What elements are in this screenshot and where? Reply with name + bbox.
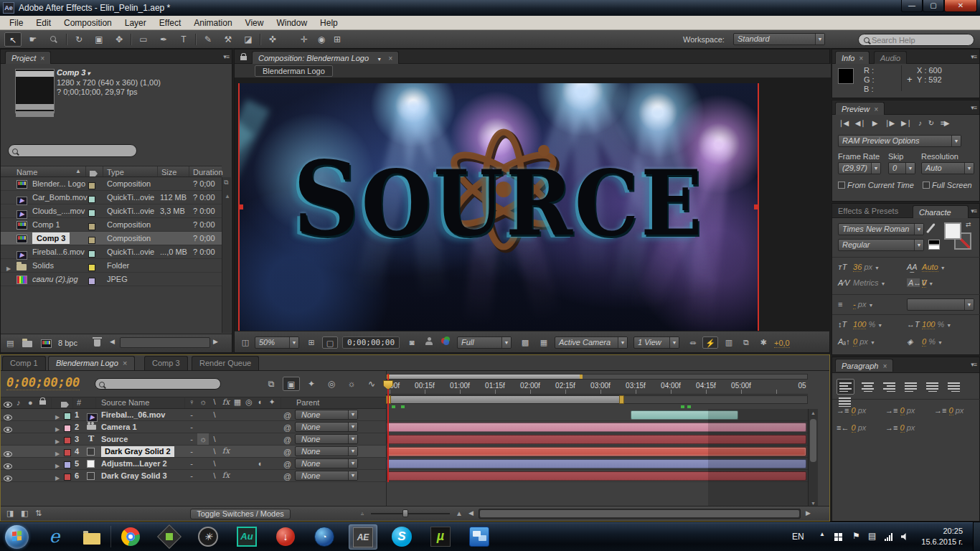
kerning-field[interactable]: A⁄V Metrics ▼ xyxy=(838,278,886,287)
layer-label-chip[interactable] xyxy=(64,472,71,484)
mini-flowchart-icon[interactable]: ⧉ xyxy=(263,377,280,391)
chevron-down-icon[interactable]: ▼ xyxy=(946,323,951,328)
menu-layer[interactable]: Layer xyxy=(118,17,153,29)
project-row-selected[interactable]: Comp 3 Composition ? 0;00 xyxy=(1,232,222,245)
show-snapshot-icon[interactable] xyxy=(421,336,437,349)
layer-row-4-selected[interactable]: ▶ 4 Dark Gray Solid 2 - \ fx @ None▼ xyxy=(1,446,386,458)
space-after-field[interactable]: →≡ 0 px xyxy=(885,423,915,432)
project-row[interactable]: свали (2).jpg JPEG xyxy=(1,273,222,286)
horizontal-scale-field[interactable]: ↔T 100 % ▼ xyxy=(907,320,951,329)
parent-dropdown[interactable]: None▼ xyxy=(295,422,358,432)
zoom-slider-thumb[interactable] xyxy=(402,509,408,517)
parent-pickwhip-icon[interactable]: @ xyxy=(283,446,291,458)
panel-menu-icon[interactable]: ▾≡ xyxy=(223,53,229,60)
font-size-field[interactable]: ᴛT 36 px ▼ xyxy=(838,263,880,271)
menu-file[interactable]: File xyxy=(3,17,29,29)
scroll-right-icon[interactable]: ▶ xyxy=(213,338,218,345)
column-duration[interactable]: Duration xyxy=(193,168,223,176)
chevron-down-icon[interactable]: ▾ xyxy=(85,70,90,77)
comp-viewer[interactable]: SOURCE xyxy=(235,78,831,332)
font-family-dropdown[interactable]: Times New Roman▼ xyxy=(838,223,924,235)
flowchart-icon[interactable]: ⧉ xyxy=(224,179,228,187)
puppet-pin-tool-icon[interactable]: ✜ xyxy=(264,32,281,47)
label-column-icon[interactable] xyxy=(61,400,69,409)
eye-icon[interactable] xyxy=(4,473,12,484)
exposure-value[interactable]: +0,0 xyxy=(774,339,790,348)
prev-frame-button[interactable]: ◀❘ xyxy=(855,119,865,127)
preview-resolution-dropdown[interactable]: Auto▼ xyxy=(921,162,974,174)
parent-pickwhip-icon[interactable]: @ xyxy=(283,471,291,482)
pan-behind-tool-icon[interactable]: ✥ xyxy=(110,32,128,47)
leading-field[interactable]: A͟A Auto ▼ xyxy=(907,263,946,271)
chevron-down-icon[interactable]: ▼ xyxy=(881,281,886,286)
tray-action-center-icon[interactable]: ⚑ xyxy=(852,531,860,541)
label-chip[interactable] xyxy=(88,237,95,244)
taskbar-image-viewer[interactable] xyxy=(155,524,184,550)
help-search-input[interactable] xyxy=(858,34,974,46)
align-center-button[interactable] xyxy=(859,380,876,394)
label-chip[interactable] xyxy=(88,264,95,271)
parent-pickwhip-icon[interactable]: @ xyxy=(283,458,291,470)
project-scrollbar[interactable]: ⧉ ▲ xyxy=(222,177,231,333)
taskbar-chrome[interactable] xyxy=(116,524,145,550)
last-frame-button[interactable]: ▶❘ xyxy=(901,119,911,127)
stroke-width-value[interactable]: - xyxy=(853,300,856,309)
selection-tool-icon[interactable]: ↖ xyxy=(4,32,22,47)
clone-stamp-tool-icon[interactable]: ⚒ xyxy=(220,32,237,47)
label-chip[interactable] xyxy=(88,278,95,285)
taskbar-media-player[interactable]: ✳ xyxy=(194,524,222,550)
fx-switch[interactable]: fx xyxy=(220,470,232,481)
always-preview-icon[interactable]: ◫ xyxy=(237,336,253,349)
hand-tool-icon[interactable]: ☛ xyxy=(24,32,42,47)
indent-left-field[interactable]: →≡ 0 px xyxy=(837,406,866,415)
value[interactable]: 0 xyxy=(852,406,856,415)
item-name[interactable]: Comp 3 xyxy=(32,232,70,244)
chevron-down-icon[interactable]: ▼ xyxy=(377,57,382,62)
interpret-footage-icon[interactable]: ▤ xyxy=(6,339,14,348)
quality-switch[interactable]: \ xyxy=(209,409,220,420)
panel-menu-icon[interactable]: ▾≡ xyxy=(971,361,976,368)
default-stroke-chip[interactable] xyxy=(928,245,940,250)
label-chip[interactable] xyxy=(88,250,95,258)
menu-help[interactable]: Help xyxy=(314,17,344,29)
shy-switch[interactable]: - xyxy=(186,446,197,457)
shy-switch[interactable]: - xyxy=(186,470,197,481)
kerning-value[interactable]: Metrics xyxy=(853,278,878,287)
scroll-thumb[interactable] xyxy=(480,510,799,517)
project-row[interactable]: Comp 1 Composition ? 0:00 xyxy=(1,218,222,232)
loop-button[interactable]: ↻ xyxy=(928,119,933,127)
tab-info[interactable]: Info× xyxy=(835,51,870,64)
sort-asc-icon[interactable]: ▲ xyxy=(75,168,81,174)
close-icon[interactable]: × xyxy=(882,362,887,370)
draft-3d-icon[interactable]: ✦ xyxy=(303,377,320,391)
menu-animation[interactable]: Animation xyxy=(187,17,238,29)
indent-right-field[interactable]: →≡ 0 px xyxy=(934,406,963,415)
tab-effects-presets[interactable]: Effects & Presets xyxy=(838,207,898,215)
scroll-up-icon[interactable]: ▲ xyxy=(811,410,816,415)
tray-clock[interactable]: 20:25 15.6.2015 г. xyxy=(921,526,963,547)
leading-value[interactable]: Auto xyxy=(922,263,938,272)
breadcrumb[interactable]: Blenderman Logo xyxy=(255,65,333,77)
maximize-button[interactable]: ▢ xyxy=(923,0,944,12)
align-left-button[interactable] xyxy=(837,379,854,395)
taskbar-after-effects-active[interactable]: AE xyxy=(349,524,377,550)
close-icon[interactable]: × xyxy=(123,359,127,367)
shape-tool-icon[interactable]: ▭ xyxy=(135,32,152,47)
tsume-value[interactable]: 0 xyxy=(922,337,926,347)
layer-row-2[interactable]: ▶ 2 Camera 1 - @ None▼ xyxy=(1,421,386,433)
safe-margins-icon[interactable]: ⊞ xyxy=(303,336,319,349)
layer-boundary-left[interactable] xyxy=(238,83,240,331)
justify-last-left-button[interactable] xyxy=(903,380,919,394)
label-chip[interactable] xyxy=(88,223,95,230)
show-desktop-button[interactable] xyxy=(973,522,980,551)
taskbar-windows-explorer[interactable] xyxy=(77,524,106,550)
menu-composition[interactable]: Composition xyxy=(57,17,118,29)
label-chip[interactable] xyxy=(88,182,95,189)
comp-timecode[interactable]: 0;00;00;00 xyxy=(342,336,400,349)
stroke-style-dropdown[interactable]: ▼ xyxy=(907,298,974,311)
taskbar-downloader[interactable]: ↓ xyxy=(271,524,300,550)
threed-column-icon[interactable]: ✦ xyxy=(266,397,278,407)
project-row[interactable]: ▶ Solids Folder xyxy=(1,259,222,273)
layer-row-6[interactable]: ▶ 6 Dark Gray Solid 3 - \ fx @ None▼ xyxy=(1,470,386,482)
grid-icon[interactable]: ▦ xyxy=(536,336,552,349)
